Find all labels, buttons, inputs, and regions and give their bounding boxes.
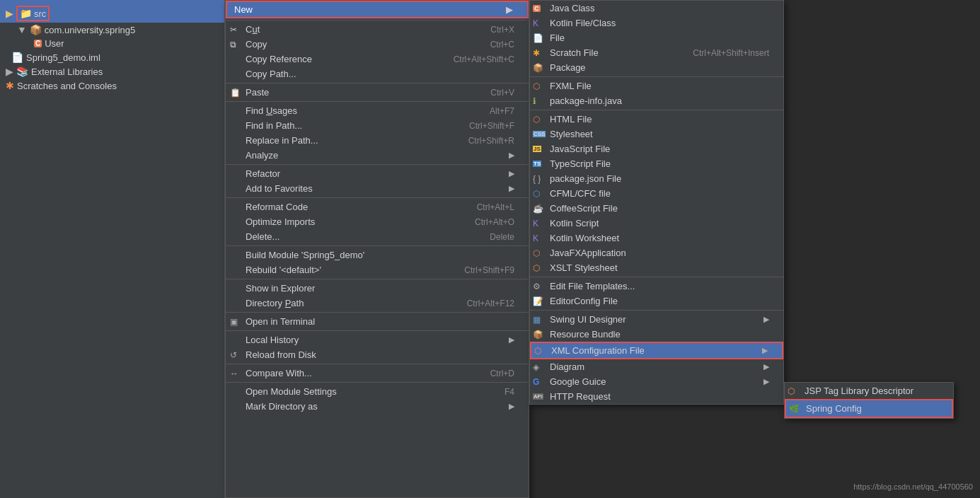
- cut-icon: ✂: [230, 25, 237, 35]
- ts-label: TypeScript File: [550, 158, 611, 169]
- reload-label: Reload from Disk: [246, 349, 316, 360]
- optimize-label: Optimize Imports: [246, 216, 315, 227]
- sidebar-item-libraries[interactable]: ▶ 📚 External Libraries: [0, 64, 224, 79]
- gear-icon: ⚙: [533, 282, 541, 291]
- submenu-pkg-json[interactable]: { } package.json File: [530, 171, 783, 186]
- submenu-cfml[interactable]: ⬡ CFML/CFC file: [530, 186, 783, 201]
- menu-item-optimize[interactable]: Optimize Imports Ctrl+Alt+O: [226, 214, 529, 229]
- submenu-google-guice[interactable]: G Google Guice ▶: [530, 374, 783, 389]
- sidebar-item-src[interactable]: ▶ 📁 src: [0, 0, 224, 23]
- sidebar-item-package[interactable]: ▼ 📦 com.university.spring5: [0, 23, 224, 37]
- submenu-scratch-file[interactable]: ✱ Scratch File Ctrl+Alt+Shift+Insert: [530, 45, 783, 60]
- menu-item-copy[interactable]: ⧉ Copy Ctrl+C: [226, 37, 529, 52]
- submenu-javafx[interactable]: ⬡ JavaFXApplication: [530, 245, 783, 260]
- terminal-icon: ▣: [230, 317, 238, 327]
- submenu-http[interactable]: API HTTP Request: [530, 389, 783, 404]
- menu-item-new[interactable]: New ▶: [226, 1, 529, 18]
- sidebar-item-user[interactable]: C User: [0, 37, 224, 50]
- submenu-java-class[interactable]: C Java Class: [530, 1, 783, 16]
- dir-path-shortcut: Ctrl+Alt+F12: [467, 299, 514, 308]
- submenu-kotlin-class[interactable]: K Kotlin File/Class: [530, 16, 783, 30]
- diagram-icon: ◈: [533, 362, 539, 372]
- submenu-diagram[interactable]: ◈ Diagram ▶: [530, 359, 783, 374]
- menu-item-replace-path[interactable]: Replace in Path... Ctrl+Shift+R: [226, 133, 529, 148]
- menu-item-find-usages[interactable]: Find Usages Alt+F7: [226, 103, 529, 118]
- menu-item-rebuild[interactable]: Rebuild '<default>' Ctrl+Shift+F9: [226, 262, 529, 277]
- menu-item-show-explorer[interactable]: Show in Explorer: [226, 281, 529, 296]
- paste-label: Paste: [246, 87, 269, 98]
- menu-item-analyze[interactable]: Analyze ▶: [226, 148, 529, 163]
- kotlin-worksheet-icon: K: [533, 233, 538, 243]
- submenu-js[interactable]: JS JavaScript File: [530, 141, 783, 156]
- submenu-xml-config[interactable]: ⬡ XML Configuration File ▶: [530, 342, 783, 359]
- submenu2-spring-config[interactable]: 🌿 Spring Config: [785, 399, 953, 418]
- menu-item-dir-path[interactable]: Directory Path Ctrl+Alt+F12: [226, 296, 529, 311]
- menu-item-module-settings[interactable]: Open Module Settings F4: [226, 384, 529, 399]
- submenu-kotlin-script[interactable]: K Kotlin Script: [530, 216, 783, 231]
- menu-item-paste[interactable]: 📋 Paste Ctrl+V: [226, 85, 529, 100]
- submenu-html[interactable]: ⬡ HTML File: [530, 112, 783, 127]
- submenu-editorconfig[interactable]: 📝 EditorConfig File: [530, 294, 783, 308]
- file-label: File: [550, 33, 565, 43]
- submenu-kotlin-worksheet[interactable]: K Kotlin Worksheet: [530, 231, 783, 245]
- module-settings-shortcut: F4: [505, 387, 514, 397]
- java-class-label: Java Class: [550, 3, 595, 13]
- diagram-label: Diagram: [550, 361, 584, 372]
- json-icon: { }: [533, 174, 541, 184]
- submenu-edit-templates[interactable]: ⚙ Edit File Templates...: [530, 279, 783, 294]
- submenu-xslt[interactable]: ⬡ XSLT Stylesheet: [530, 260, 783, 275]
- submenu-coffee[interactable]: ☕ CoffeeScript File: [530, 201, 783, 216]
- submenu-ts[interactable]: TS TypeScript File: [530, 156, 783, 171]
- menu-item-build[interactable]: Build Module 'Spring5_demo': [226, 248, 529, 262]
- menu-item-cut[interactable]: ✂ Cut Ctrl+X: [226, 22, 529, 37]
- menu-item-refactor[interactable]: Refactor ▶: [226, 166, 529, 181]
- swing-icon: ▦: [533, 315, 541, 325]
- menu-item-mark-dir[interactable]: Mark Directory as ▶: [226, 399, 529, 414]
- menu-item-reformat[interactable]: Reformat Code Ctrl+Alt+L: [226, 199, 529, 214]
- folder-icon: ▶: [6, 8, 13, 19]
- menu-item-history[interactable]: Local History ▶: [226, 332, 529, 347]
- submenu-css[interactable]: CSS Stylesheet: [530, 127, 783, 141]
- submenu-fxml[interactable]: ⬡ FXML File: [530, 79, 783, 93]
- submenu-pkg-info[interactable]: ℹ package-info.java: [530, 93, 783, 108]
- rebuild-label: Rebuild '<default>': [246, 265, 321, 275]
- submenu-resource-bundle[interactable]: 📦 Resource Bundle: [530, 327, 783, 342]
- xml-config-arrow: ▶: [762, 346, 768, 355]
- submenu2-jsp[interactable]: ⬡ JSP Tag Library Descriptor: [785, 383, 953, 399]
- package-label: com.university.spring5: [45, 25, 135, 35]
- new-arrow: ▶: [506, 4, 513, 15]
- submenu-package[interactable]: 📦 Package: [530, 60, 783, 75]
- menu-item-copy-path[interactable]: Copy Path...: [226, 66, 529, 81]
- separator-11: [226, 382, 529, 383]
- favorites-label: Add to Favorites: [246, 183, 313, 194]
- kotlin-icon: K: [533, 18, 538, 28]
- http-label: HTTP Request: [550, 391, 611, 402]
- spring-config-label: Spring Config: [806, 403, 862, 414]
- copy-path-label: Copy Path...: [246, 69, 296, 79]
- find-usages-shortcut: Alt+F7: [490, 106, 514, 116]
- submenu-file[interactable]: 📄 File: [530, 30, 783, 45]
- find-path-label: Find in Path...: [246, 120, 302, 131]
- js-label: JavaScript File: [550, 144, 610, 154]
- google-guice-label: Google Guice: [550, 376, 606, 387]
- submenu-swing-ui[interactable]: ▦ Swing UI Designer ▶: [530, 312, 783, 327]
- new-label: New: [234, 4, 253, 15]
- sidebar-item-scratches[interactable]: ✱ Scratches and Consoles: [0, 79, 224, 93]
- scratch-label: Scratch File: [550, 47, 599, 58]
- context-menu: New ▶ ✂ Cut Ctrl+X ⧉ Copy Ctrl+C Copy Re…: [225, 0, 529, 498]
- menu-item-copy-reference[interactable]: Copy Reference Ctrl+Alt+Shift+C: [226, 52, 529, 66]
- menu-item-find-path[interactable]: Find in Path... Ctrl+Shift+F: [226, 118, 529, 133]
- separator-1: [226, 20, 529, 21]
- javafx-icon: ⬡: [533, 248, 540, 258]
- menu-item-favorites[interactable]: Add to Favorites ▶: [226, 181, 529, 196]
- separator-8: [226, 312, 529, 313]
- menu-item-reload[interactable]: ↺ Reload from Disk: [226, 347, 529, 362]
- menu-item-delete[interactable]: Delete... Delete: [226, 229, 529, 244]
- delete-label: Delete...: [246, 231, 279, 242]
- terminal-label: Open in Terminal: [246, 316, 315, 327]
- sidebar-item-iml[interactable]: 📄 Spring5_demo.iml: [0, 50, 224, 64]
- menu-item-terminal[interactable]: ▣ Open in Terminal: [226, 314, 529, 329]
- swing-arrow: ▶: [763, 315, 769, 324]
- menu-item-compare[interactable]: ↔ Compare With... Ctrl+D: [226, 366, 529, 381]
- pkg-json-label: package.json File: [550, 173, 621, 184]
